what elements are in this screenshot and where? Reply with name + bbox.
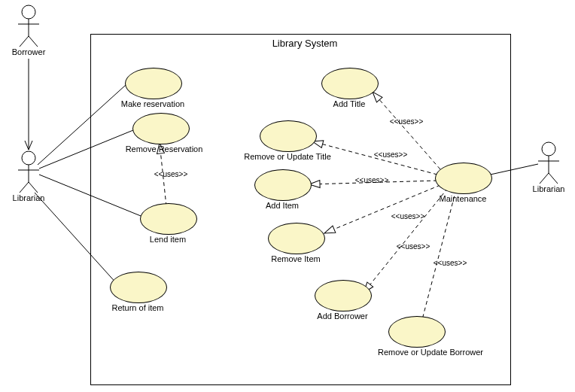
svg-line-14 [549, 173, 558, 184]
stereo-uses-addtitle: <<uses>> [380, 117, 433, 126]
stereo-uses-lend-reserve: <<uses>> [145, 170, 197, 178]
usecase-add-borrower-label: Add Borrower [290, 311, 395, 321]
svg-point-10 [542, 142, 555, 156]
diagram-stage: Library System [0, 0, 575, 392]
svg-line-8 [20, 182, 29, 193]
usecase-add-item [254, 169, 312, 201]
usecase-maintenance-label: Maintenance [410, 194, 516, 203]
usecase-return-item [110, 272, 167, 303]
stereo-uses-remtitle: <<uses>> [364, 150, 417, 159]
svg-line-4 [29, 36, 38, 47]
usecase-remove-update-borrower-label: Remove or Update Borrower [378, 348, 483, 357]
usecase-remove-update-borrower [388, 316, 446, 348]
actor-librarian-left-label: Librarian [0, 193, 59, 202]
usecase-maintenance [435, 163, 492, 194]
svg-point-5 [22, 151, 35, 165]
actor-borrower-label: Borrower [0, 47, 59, 56]
actor-librarian-right-label: Librarian [519, 184, 575, 193]
actor-borrower-icon [18, 5, 39, 47]
usecase-remove-item-label: Remove Item [243, 254, 348, 263]
usecase-add-title [321, 68, 379, 99]
usecase-remove-reservation [132, 113, 190, 144]
system-title: Library System [260, 38, 350, 49]
usecase-remove-item [268, 223, 325, 254]
stereo-uses-remborrow: <<uses>> [424, 259, 476, 267]
usecase-remove-update-title [260, 120, 317, 152]
svg-line-13 [540, 173, 549, 184]
usecase-remove-update-title-label: Remove or Update Title [235, 152, 340, 161]
actor-librarian-right-icon [538, 142, 559, 184]
usecase-return-item-label: Return of item [85, 303, 190, 312]
usecase-remove-reservation-label: Remove Reservation [111, 144, 217, 153]
stereo-uses-remitem: <<uses>> [382, 212, 434, 220]
svg-point-0 [22, 5, 35, 19]
actor-librarian-left-icon [18, 151, 39, 193]
stereo-uses-addborrow: <<uses>> [387, 242, 440, 251]
svg-line-9 [29, 182, 38, 193]
usecase-make-reservation [125, 68, 182, 99]
usecase-add-item-label: Add Item [230, 201, 335, 210]
stereo-uses-additem: <<uses>> [345, 176, 398, 184]
usecase-lend-item [140, 203, 197, 235]
usecase-make-reservation-label: Make reservation [100, 99, 205, 108]
svg-line-3 [20, 36, 29, 47]
usecase-add-title-label: Add Title [297, 99, 402, 108]
usecase-add-borrower [315, 280, 372, 311]
usecase-lend-item-label: Lend item [115, 235, 221, 244]
